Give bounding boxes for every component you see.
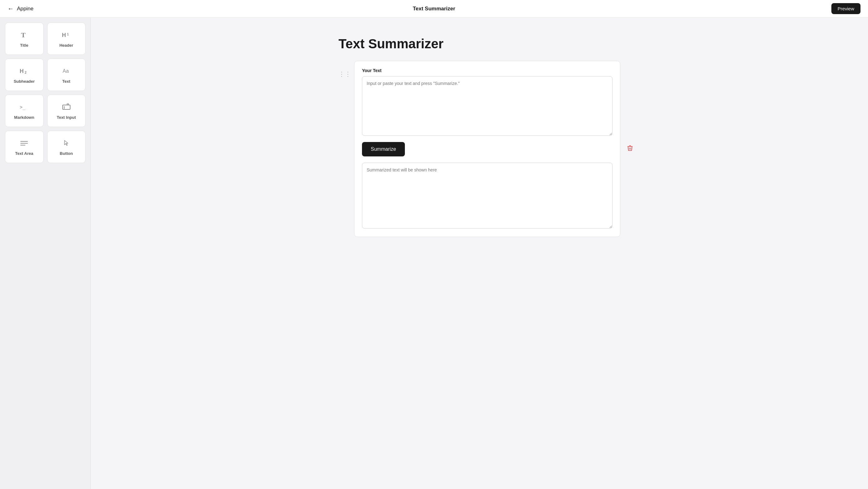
widget-title[interactable]: T Title	[5, 23, 43, 55]
widget-header[interactable]: H 1 Header	[47, 23, 86, 55]
widget-markdown-label: Markdown	[14, 115, 34, 120]
preview-button[interactable]: Preview	[831, 3, 861, 14]
delete-button[interactable]	[624, 142, 636, 156]
topnav: ← Appine Text Summarizer Preview	[0, 0, 868, 18]
svg-rect-13	[627, 146, 633, 147]
widget-title-label: Title	[20, 43, 29, 48]
subheader-icon: H 2	[19, 66, 29, 76]
page-title-nav: Text Summarizer	[413, 6, 455, 12]
widget-text-area-label: Text Area	[15, 151, 33, 156]
svg-rect-7	[63, 105, 70, 109]
canvas-inner: Text Summarizer ⋮⋮ Your Text Summarize	[339, 36, 620, 237]
back-arrow-icon: ←	[7, 5, 14, 12]
drag-handle-icon[interactable]: ⋮⋮	[339, 61, 351, 78]
input-component-block: ⋮⋮ Your Text Summarize	[339, 61, 620, 237]
widget-button[interactable]: Button	[47, 131, 86, 163]
widget-subheader[interactable]: H 2 Subheader	[5, 59, 43, 91]
button-icon	[61, 138, 71, 148]
main-layout: T Title H 1 Header H 2 Subhead	[0, 18, 868, 489]
sidebar: T Title H 1 Header H 2 Subhead	[0, 18, 91, 489]
output-textarea[interactable]	[362, 163, 613, 229]
text-icon: Aa	[61, 66, 71, 76]
canvas-page-title: Text Summarizer	[339, 36, 620, 51]
text-input-icon	[61, 102, 71, 112]
widget-header-label: Header	[60, 43, 73, 48]
widget-subheader-label: Subheader	[14, 79, 35, 84]
text-area-icon	[19, 138, 29, 148]
summarize-button[interactable]: Summarize	[362, 142, 405, 156]
widget-text-input-label: Text Input	[57, 115, 76, 120]
widget-text[interactable]: Aa Text	[47, 59, 86, 91]
svg-text:1: 1	[67, 32, 69, 36]
markdown-icon: >_	[19, 102, 29, 112]
widget-text-input[interactable]: Text Input	[47, 95, 86, 127]
widget-text-label: Text	[62, 79, 70, 84]
svg-text:>_: >_	[20, 105, 26, 110]
svg-rect-14	[629, 145, 631, 146]
back-button[interactable]: ← Appine	[7, 5, 33, 12]
widget-button-label: Button	[60, 151, 73, 156]
input-block-content: Your Text Summarize	[354, 61, 620, 237]
svg-text:2: 2	[25, 70, 27, 74]
header-icon: H 1	[61, 30, 71, 40]
widget-text-area[interactable]: Text Area	[5, 131, 43, 163]
widget-markdown[interactable]: >_ Markdown	[5, 95, 43, 127]
main-canvas: Text Summarizer ⋮⋮ Your Text Summarize	[91, 18, 868, 489]
trash-icon	[627, 144, 633, 151]
title-icon: T	[19, 30, 29, 40]
input-block-label: Your Text	[362, 68, 613, 73]
svg-text:T: T	[21, 31, 26, 39]
input-textarea[interactable]	[362, 76, 613, 136]
app-name: Appine	[17, 6, 33, 12]
svg-text:Aa: Aa	[63, 68, 69, 74]
svg-text:H: H	[20, 68, 24, 74]
svg-text:H: H	[62, 32, 66, 38]
